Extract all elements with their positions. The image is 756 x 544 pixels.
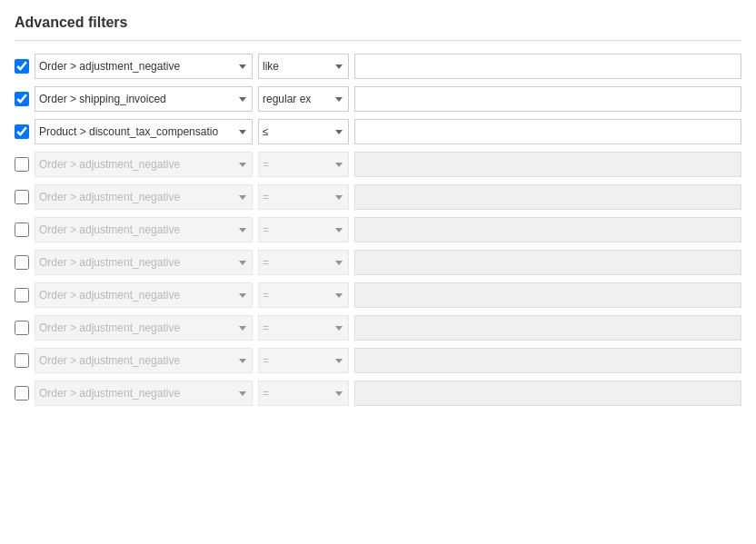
filter-field-select: Order > adjustment_negative bbox=[35, 381, 253, 406]
filter-field-select[interactable]: Product > discount_tax_compensatio bbox=[35, 119, 253, 144]
filter-row: Order > shipping_invoicedregular ex bbox=[15, 86, 741, 112]
filters-container: Order > adjustment_negativelikeOrder > s… bbox=[15, 54, 741, 406]
filter-row: Order > adjustment_negative= bbox=[15, 381, 741, 406]
filter-row: Order > adjustment_negative= bbox=[15, 315, 741, 341]
filter-value-input bbox=[354, 250, 741, 275]
filter-value-input bbox=[354, 282, 741, 308]
filter-row: Order > adjustment_negative= bbox=[15, 184, 741, 210]
filter-checkbox[interactable] bbox=[15, 255, 29, 270]
filter-operator-select: = bbox=[258, 381, 349, 406]
filter-checkbox[interactable] bbox=[15, 353, 29, 368]
filter-row: Order > adjustment_negative= bbox=[15, 348, 741, 373]
filter-operator-select: = bbox=[258, 217, 349, 242]
filter-checkbox[interactable] bbox=[15, 288, 29, 302]
filter-operator-select: = bbox=[258, 250, 349, 275]
filter-checkbox[interactable] bbox=[15, 59, 29, 74]
filter-operator-select[interactable]: ≤ bbox=[258, 119, 349, 144]
filter-row: Order > adjustment_negative= bbox=[15, 250, 741, 275]
filter-row: Order > adjustment_negative= bbox=[15, 217, 741, 242]
filter-row: Order > adjustment_negativelike bbox=[15, 54, 741, 79]
filter-operator-select: = bbox=[258, 282, 349, 308]
filter-field-select: Order > adjustment_negative bbox=[35, 282, 253, 308]
filter-value-input bbox=[354, 152, 741, 177]
filter-value-input bbox=[354, 217, 741, 242]
filter-field-select[interactable]: Order > adjustment_negative bbox=[35, 54, 253, 79]
filter-checkbox[interactable] bbox=[15, 190, 29, 204]
filter-value-input[interactable] bbox=[354, 86, 741, 112]
filter-field-select: Order > adjustment_negative bbox=[35, 152, 253, 177]
filter-field-select: Order > adjustment_negative bbox=[35, 315, 253, 341]
divider bbox=[15, 40, 741, 41]
filter-field-select: Order > adjustment_negative bbox=[35, 250, 253, 275]
filter-checkbox[interactable] bbox=[15, 157, 29, 172]
filter-value-input bbox=[354, 315, 741, 341]
page-title: Advanced filters bbox=[15, 15, 741, 31]
filter-checkbox[interactable] bbox=[15, 321, 29, 335]
filter-row: Product > discount_tax_compensatio≤ bbox=[15, 119, 741, 144]
filter-operator-select: = bbox=[258, 184, 349, 210]
filter-operator-select: = bbox=[258, 152, 349, 177]
filter-operator-select[interactable]: like bbox=[258, 54, 349, 79]
filter-checkbox[interactable] bbox=[15, 124, 29, 139]
filter-field-select: Order > adjustment_negative bbox=[35, 348, 253, 373]
filter-operator-select[interactable]: regular ex bbox=[258, 86, 349, 112]
filter-row: Order > adjustment_negative= bbox=[15, 152, 741, 177]
filter-row: Order > adjustment_negative= bbox=[15, 282, 741, 308]
filter-operator-select: = bbox=[258, 315, 349, 341]
filter-value-input bbox=[354, 348, 741, 373]
filter-checkbox[interactable] bbox=[15, 386, 29, 401]
filter-checkbox[interactable] bbox=[15, 223, 29, 237]
filter-field-select: Order > adjustment_negative bbox=[35, 184, 253, 210]
filter-value-input bbox=[354, 184, 741, 210]
filter-operator-select: = bbox=[258, 348, 349, 373]
filter-field-select[interactable]: Order > shipping_invoiced bbox=[35, 86, 253, 112]
filter-value-input[interactable] bbox=[354, 54, 741, 79]
filter-checkbox[interactable] bbox=[15, 92, 29, 106]
filter-field-select: Order > adjustment_negative bbox=[35, 217, 253, 242]
filter-value-input bbox=[354, 381, 741, 406]
filter-value-input[interactable] bbox=[354, 119, 741, 144]
